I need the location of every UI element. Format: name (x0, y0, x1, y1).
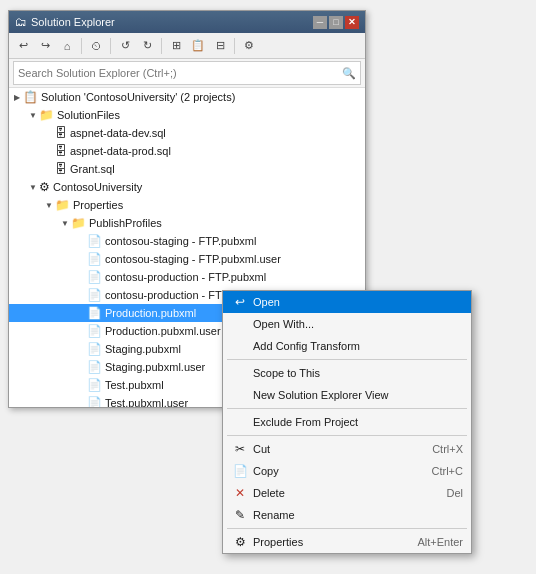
test-pubxml-user-label: Test.pubxml.user (105, 397, 188, 407)
tree-item-staging-ftp[interactable]: 📄 contosou-staging - FTP.pubxml (9, 232, 365, 250)
show-all-button[interactable]: ⊞ (166, 36, 186, 56)
ctx-properties-label: Properties (253, 536, 409, 548)
toolbar: ↩ ↪ ⌂ ⏲ ↺ ↻ ⊞ 📋 ⊟ ⚙ (9, 33, 365, 59)
title-bar-left: 🗂 Solution Explorer (15, 15, 115, 29)
filter-button[interactable]: 📋 (188, 36, 208, 56)
ctx-copy-shortcut: Ctrl+C (432, 465, 463, 477)
file-icon: 📄 (87, 288, 102, 302)
ctx-add-config[interactable]: Add Config Transform (223, 335, 471, 357)
sql-icon: 🗄 (55, 126, 67, 140)
expand-arrow: ▶ (11, 93, 23, 102)
tree-item-aspnet-dev[interactable]: 🗄 aspnet-data-dev.sql (9, 124, 365, 142)
ctx-copy-label: Copy (253, 465, 424, 477)
file-icon: 📄 (87, 396, 102, 407)
ctx-new-view-label: New Solution Explorer View (253, 389, 463, 401)
ctx-cut[interactable]: ✂ Cut Ctrl+X (223, 438, 471, 460)
contosouniversity-label: ContosoUniversity (53, 181, 142, 193)
ctx-new-solution-view[interactable]: New Solution Explorer View (223, 384, 471, 406)
ctx-open-with[interactable]: Open With... (223, 313, 471, 335)
home-button[interactable]: ⌂ (57, 36, 77, 56)
folder-icon: 📁 (55, 198, 70, 212)
production-pubxml-label: Production.pubxml (105, 307, 196, 319)
window-icon: 🗂 (15, 15, 27, 29)
solution-icon: 📋 (23, 90, 38, 104)
tree-item-aspnet-prod[interactable]: 🗄 aspnet-data-prod.sql (9, 142, 365, 160)
maximize-button[interactable]: □ (329, 16, 343, 29)
properties-label: Properties (73, 199, 123, 211)
staging-pubxml-user-label: Staging.pubxml.user (105, 361, 205, 373)
folder-icon: 📁 (39, 108, 54, 122)
forward-button[interactable]: ↪ (35, 36, 55, 56)
ctx-sep-2 (227, 408, 467, 409)
production-ftp-label: contosu-production - FTP.pubxml (105, 271, 266, 283)
aspnet-prod-label: aspnet-data-prod.sql (70, 145, 171, 157)
tree-item-solution[interactable]: ▶ 📋 Solution 'ContosoUniversity' (2 proj… (9, 88, 365, 106)
ctx-scope-to-this[interactable]: Scope to This (223, 362, 471, 384)
minimize-button[interactable]: ─ (313, 16, 327, 29)
publishprofiles-label: PublishProfiles (89, 217, 162, 229)
ctx-add-config-label: Add Config Transform (253, 340, 463, 352)
staging-pubxml-label: Staging.pubxml (105, 343, 181, 355)
back-button[interactable]: ↩ (13, 36, 33, 56)
ctx-exclude[interactable]: Exclude From Project (223, 411, 471, 433)
tree-item-properties[interactable]: ▼ 📁 Properties (9, 196, 365, 214)
ctx-sep-3 (227, 435, 467, 436)
tree-item-staging-ftp-user[interactable]: 📄 contosou-staging - FTP.pubxml.user (9, 250, 365, 268)
search-icon: 🔍 (342, 67, 356, 80)
ctx-open-with-label: Open With... (253, 318, 463, 330)
file-icon: 📄 (87, 306, 102, 320)
toolbar-sep-3 (161, 38, 162, 54)
title-controls: ─ □ ✕ (313, 16, 359, 29)
tree-item-grant[interactable]: 🗄 Grant.sql (9, 160, 365, 178)
ctx-delete-shortcut: Del (446, 487, 463, 499)
ctx-properties-shortcut: Alt+Enter (417, 536, 463, 548)
ctx-rename[interactable]: ✎ Rename (223, 504, 471, 526)
ctx-delete[interactable]: ✕ Delete Del (223, 482, 471, 504)
settings-button[interactable]: ⚙ (239, 36, 259, 56)
ctx-rename-label: Rename (253, 509, 463, 521)
solution-label: Solution 'ContosoUniversity' (2 projects… (41, 91, 235, 103)
tree-item-production-ftp[interactable]: 📄 contosu-production - FTP.pubxml (9, 268, 365, 286)
collapse-button[interactable]: ⊟ (210, 36, 230, 56)
test-pubxml-label: Test.pubxml (105, 379, 164, 391)
refresh-button[interactable]: ↺ (115, 36, 135, 56)
close-button[interactable]: ✕ (345, 16, 359, 29)
ctx-properties[interactable]: ⚙ Properties Alt+Enter (223, 531, 471, 553)
search-input[interactable] (18, 67, 342, 79)
toolbar-sep-1 (81, 38, 82, 54)
expand-arrow: ▼ (27, 111, 39, 120)
file-icon: 📄 (87, 252, 102, 266)
toolbar-sep-2 (110, 38, 111, 54)
project-icon: ⚙ (39, 180, 50, 194)
ctx-sep-4 (227, 528, 467, 529)
expand-arrow: ▼ (27, 183, 39, 192)
ctx-exclude-label: Exclude From Project (253, 416, 463, 428)
rename-icon: ✎ (231, 508, 249, 522)
sync-button[interactable]: ↻ (137, 36, 157, 56)
file-icon: 📄 (87, 234, 102, 248)
ctx-cut-label: Cut (253, 443, 424, 455)
ctx-open-label: Open (253, 296, 463, 308)
tree-item-solutionfiles[interactable]: ▼ 📁 SolutionFiles (9, 106, 365, 124)
staging-ftp-label: contosou-staging - FTP.pubxml (105, 235, 256, 247)
ctx-open[interactable]: ↩ Open (223, 291, 471, 313)
open-icon: ↩ (231, 295, 249, 309)
staging-ftp-user-label: contosou-staging - FTP.pubxml.user (105, 253, 281, 265)
aspnet-dev-label: aspnet-data-dev.sql (70, 127, 166, 139)
delete-icon: ✕ (231, 486, 249, 500)
grant-label: Grant.sql (70, 163, 115, 175)
file-icon: 📄 (87, 360, 102, 374)
file-icon: 📄 (87, 270, 102, 284)
tree-item-publishprofiles[interactable]: ▼ 📁 PublishProfiles (9, 214, 365, 232)
ctx-copy[interactable]: 📄 Copy Ctrl+C (223, 460, 471, 482)
ctx-cut-shortcut: Ctrl+X (432, 443, 463, 455)
folder-icon: 📁 (71, 216, 86, 230)
solutionfiles-label: SolutionFiles (57, 109, 120, 121)
tree-item-contosouniversity[interactable]: ▼ ⚙ ContosoUniversity (9, 178, 365, 196)
search-bar: 🔍 (13, 61, 361, 85)
file-icon: 📄 (87, 378, 102, 392)
sql-icon: 🗄 (55, 144, 67, 158)
pending-changes-button[interactable]: ⏲ (86, 36, 106, 56)
cut-icon: ✂ (231, 442, 249, 456)
sql-icon: 🗄 (55, 162, 67, 176)
